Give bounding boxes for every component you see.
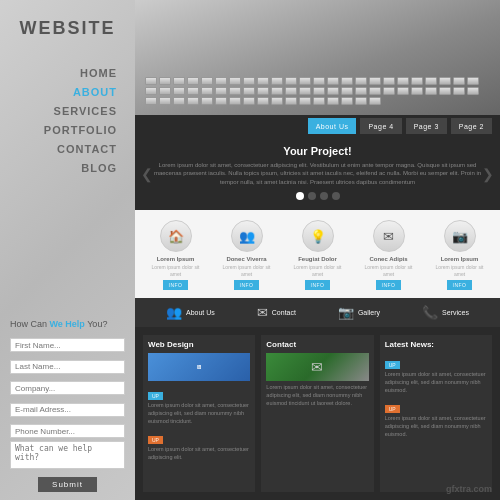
keyboard-decoration xyxy=(145,77,490,105)
sidebar-item-contact[interactable]: CONTACT xyxy=(0,143,117,155)
tab-about-us[interactable]: About Us xyxy=(308,118,357,134)
carousel-prev-arrow[interactable]: ❮ xyxy=(141,166,153,182)
about-us-label: About Us xyxy=(186,309,215,316)
key xyxy=(327,97,339,105)
company-field[interactable] xyxy=(10,381,125,395)
feature-icon-lightbulb: 💡 xyxy=(302,220,334,252)
key xyxy=(299,97,311,105)
feature-name-2: Donec Viverra xyxy=(226,256,266,262)
feature-name-1: Lorem Ipsum xyxy=(157,256,195,262)
feature-item-3: 💡 Feugiat Dolor Lorem ipsum dolor sit am… xyxy=(288,220,348,290)
key xyxy=(285,97,297,105)
news-text-2: Lorem ipsum dolor sit amet, consectetuer… xyxy=(385,415,487,438)
key xyxy=(355,87,367,95)
contact-label: Contact xyxy=(272,309,296,316)
key xyxy=(299,87,311,95)
gallery-label: Gallery xyxy=(358,309,380,316)
email-field[interactable] xyxy=(10,403,125,417)
key xyxy=(243,87,255,95)
carousel-dot-4[interactable] xyxy=(332,192,340,200)
tabs-bar: About Us Page 4 Page 3 Page 2 xyxy=(135,115,500,137)
key xyxy=(257,87,269,95)
sidebar-item-services[interactable]: SERVICES xyxy=(0,105,117,117)
feature-btn-1[interactable]: INFO xyxy=(163,280,189,290)
news-badge-2: UP xyxy=(385,405,400,413)
key xyxy=(173,87,185,95)
web-design-badge-1: UP xyxy=(148,384,250,402)
key xyxy=(313,87,325,95)
key xyxy=(383,87,395,95)
sidebar-nav: HOME ABOUT SERVICES PORTFOLIO CONTACT BL… xyxy=(0,67,135,181)
sidebar-item-home[interactable]: HOME xyxy=(0,67,117,79)
badge-up-2: UP xyxy=(148,436,163,444)
key xyxy=(425,87,437,95)
web-design-text: Lorem ipsum dolor sit amet, consectetuer… xyxy=(148,402,250,425)
last-name-field[interactable] xyxy=(10,360,125,374)
key xyxy=(467,77,479,85)
key xyxy=(187,87,199,95)
key xyxy=(215,77,227,85)
key xyxy=(257,77,269,85)
feature-btn-2[interactable]: INFO xyxy=(234,280,260,290)
feature-btn-4[interactable]: INFO xyxy=(376,280,402,290)
web-design-panel: Web Design 🖥 UP Lorem ipsum dolor sit am… xyxy=(143,335,255,492)
feature-btn-3[interactable]: INFO xyxy=(305,280,331,290)
sidebar-item-blog[interactable]: BLOG xyxy=(0,162,117,174)
web-design-badge-2: UP xyxy=(148,428,250,446)
icon-bar-gallery[interactable]: 📷 Gallery xyxy=(338,305,380,320)
key xyxy=(397,87,409,95)
key xyxy=(229,77,241,85)
tab-page2[interactable]: Page 2 xyxy=(451,118,492,134)
carousel-text: Lorem ipsum dolor sit amet, consectetuer… xyxy=(153,161,482,186)
key xyxy=(327,77,339,85)
feature-btn-5[interactable]: INFO xyxy=(447,280,473,290)
contact-form: Submit xyxy=(10,334,125,493)
about-us-icon: 👥 xyxy=(166,305,182,320)
tab-page3[interactable]: Page 3 xyxy=(406,118,447,134)
key xyxy=(341,87,353,95)
key xyxy=(439,77,451,85)
bottom-panels: Web Design 🖥 UP Lorem ipsum dolor sit am… xyxy=(135,327,500,500)
hero-section xyxy=(135,0,500,115)
contact-form-section: How Can We Help You? Submit xyxy=(0,309,135,501)
key xyxy=(341,77,353,85)
sidebar-item-portfolio[interactable]: PORTFOLIO xyxy=(0,124,117,136)
feature-item-4: ✉ Conec Adipis Lorem ipsum dolor sit ame… xyxy=(359,220,419,290)
key xyxy=(453,77,465,85)
message-field[interactable] xyxy=(10,441,125,469)
news-text-1: Lorem ipsum dolor sit amet, consectetuer… xyxy=(385,371,487,394)
key xyxy=(355,97,367,105)
main-content: About Us Page 4 Page 3 Page 2 ❮ Your Pro… xyxy=(135,0,500,500)
key xyxy=(187,97,199,105)
key xyxy=(159,87,171,95)
tab-page4[interactable]: Page 4 xyxy=(360,118,401,134)
key xyxy=(145,97,157,105)
carousel-dot-2[interactable] xyxy=(308,192,316,200)
web-design-title: Web Design xyxy=(148,340,250,349)
key xyxy=(145,87,157,95)
news-item-1: UP Lorem ipsum dolor sit amet, consectet… xyxy=(385,353,487,394)
phone-field[interactable] xyxy=(10,424,125,438)
key xyxy=(285,87,297,95)
key xyxy=(369,77,381,85)
icon-bar-contact[interactable]: ✉ Contact xyxy=(257,305,296,320)
submit-button[interactable]: Submit xyxy=(38,477,97,492)
feature-item-1: 🏠 Lorem Ipsum Lorem ipsum dolor sit amet… xyxy=(146,220,206,290)
sidebar-item-about[interactable]: ABOUT xyxy=(0,86,117,98)
carousel-next-arrow[interactable]: ❯ xyxy=(482,166,494,182)
feature-icon-people: 👥 xyxy=(231,220,263,252)
first-name-field[interactable] xyxy=(10,338,125,352)
contact-panel-image: ✉ xyxy=(266,353,368,381)
icon-bar-services[interactable]: 📞 Services xyxy=(422,305,469,320)
contact-icon: ✉ xyxy=(257,305,268,320)
carousel-dots xyxy=(153,192,482,200)
feature-item-5: 📷 Lorem Ipsum Lorem ipsum dolor sit amet… xyxy=(430,220,490,290)
feature-desc-3: Lorem ipsum dolor sit amet xyxy=(288,264,348,277)
carousel-dot-3[interactable] xyxy=(320,192,328,200)
carousel-dot-1[interactable] xyxy=(296,192,304,200)
key xyxy=(327,87,339,95)
key xyxy=(215,97,227,105)
sidebar: WEBSITE HOME ABOUT SERVICES PORTFOLIO CO… xyxy=(0,0,135,500)
contact-panel: Contact ✉ Lorem ipsum dolor sit amet, co… xyxy=(261,335,373,492)
icon-bar-about[interactable]: 👥 About Us xyxy=(166,305,215,320)
